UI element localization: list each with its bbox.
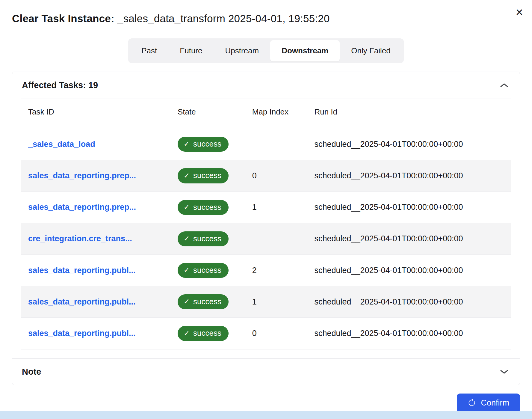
col-header-map-index: Map Index [245, 99, 307, 127]
check-icon: ✓ [184, 234, 190, 243]
note-title: Note [22, 367, 41, 377]
table-header-row: Task ID State Map Index Run Id [21, 99, 511, 127]
confirm-button[interactable]: Confirm [457, 394, 520, 412]
run-id-cell: scheduled__2025-04-01T00:00:00+00:00 [307, 318, 511, 349]
title-prefix: Clear Task Instance: [12, 13, 114, 24]
tab-upstream[interactable]: Upstream [214, 40, 270, 61]
task-id-link[interactable]: sales_data_reporting.publ... [28, 329, 136, 338]
affected-tasks-header[interactable]: Affected Tasks: 19 [12, 72, 520, 99]
state-label: success [193, 234, 221, 243]
state-badge: ✓ success [178, 326, 229, 341]
check-icon: ✓ [184, 297, 190, 306]
check-icon: ✓ [184, 266, 190, 275]
table-row: _sales_data_load ✓ success scheduled__20… [21, 127, 511, 160]
state-badge: ✓ success [178, 168, 229, 183]
task-id-link[interactable]: cre_integration.cre_trans... [28, 234, 132, 243]
run-id-cell: scheduled__2025-04-01T00:00:00+00:00 [307, 255, 511, 286]
map-index-cell: 0 [245, 318, 307, 349]
map-index-cell [245, 223, 307, 254]
tab-only-failed[interactable]: Only Failed [340, 40, 402, 61]
state-badge: ✓ success [178, 231, 229, 246]
map-index-cell: 1 [245, 286, 307, 318]
run-id-cell: scheduled__2025-04-01T00:00:00+00:00 [307, 223, 511, 254]
state-badge: ✓ success [178, 200, 229, 215]
map-index-cell: 2 [245, 255, 307, 286]
state-label: success [193, 203, 221, 212]
run-id-cell: scheduled__2025-04-01T00:00:00+00:00 [307, 192, 511, 223]
table-row: sales_data_reporting.prep... ✓ success 1… [21, 192, 511, 223]
state-label: success [193, 328, 221, 338]
affected-table-body: _sales_data_load ✓ success scheduled__20… [21, 127, 511, 349]
col-header-state: State [170, 99, 245, 127]
col-header-task-id: Task ID [21, 99, 170, 127]
check-icon: ✓ [184, 140, 190, 148]
map-index-cell: 1 [245, 192, 307, 223]
run-id-cell: scheduled__2025-04-01T00:00:00+00:00 [307, 286, 511, 318]
table-row: cre_integration.cre_trans... ✓ success s… [21, 223, 511, 254]
tab-downstream[interactable]: Downstream [270, 40, 340, 61]
task-id-link[interactable]: _sales_data_load [28, 140, 95, 149]
table-row: sales_data_reporting.prep... ✓ success 0… [21, 160, 511, 192]
task-id-link[interactable]: sales_data_reporting.prep... [28, 203, 136, 212]
affected-tasks-table: Task ID State Map Index Run Id _sales_da… [21, 99, 511, 349]
task-id-link[interactable]: sales_data_reporting.prep... [28, 171, 136, 180]
map-index-cell [245, 127, 307, 160]
clear-task-panel: Affected Tasks: 19 Task ID State Map Ind… [12, 72, 520, 385]
clear-mode-segmented-control: Past Future Upstream Downstream Only Fai… [128, 38, 403, 63]
run-id-cell: scheduled__2025-04-01T00:00:00+00:00 [307, 127, 511, 160]
table-row: sales_data_reporting.publ... ✓ success 1… [21, 286, 511, 318]
chevron-down-icon[interactable] [498, 367, 510, 376]
confirm-label: Confirm [481, 398, 509, 408]
affected-tasks-title: Affected Tasks: 19 [22, 80, 98, 90]
col-header-run-id: Run Id [307, 99, 511, 127]
refresh-icon [468, 399, 476, 407]
tab-past[interactable]: Past [130, 40, 168, 61]
map-index-cell: 0 [245, 160, 307, 192]
underlying-page-strip [0, 411, 532, 419]
note-section-header[interactable]: Note [12, 358, 520, 385]
close-icon[interactable]: × [514, 5, 524, 20]
state-badge: ✓ success [178, 137, 229, 152]
task-id-link[interactable]: sales_data_reporting.publ... [28, 297, 136, 306]
state-badge: ✓ success [178, 294, 229, 309]
table-row: sales_data_reporting.publ... ✓ success 0… [21, 318, 511, 349]
run-id-cell: scheduled__2025-04-01T00:00:00+00:00 [307, 160, 511, 192]
table-row: sales_data_reporting.publ... ✓ success 2… [21, 255, 511, 286]
check-icon: ✓ [184, 329, 190, 338]
state-label: success [193, 266, 221, 275]
chevron-up-icon[interactable] [498, 81, 510, 90]
page-title: Clear Task Instance: _sales_data_transfo… [12, 13, 520, 25]
title-task-instance: _sales_data_transform 2025-04-01, 19:55:… [114, 13, 330, 24]
check-icon: ✓ [184, 171, 190, 180]
state-label: success [193, 171, 221, 180]
state-label: success [193, 297, 221, 306]
state-label: success [193, 139, 221, 149]
task-id-link[interactable]: sales_data_reporting.publ... [28, 266, 136, 275]
check-icon: ✓ [184, 203, 190, 212]
state-badge: ✓ success [178, 263, 229, 278]
affected-tasks-count: 19 [88, 80, 98, 90]
tab-future[interactable]: Future [168, 40, 214, 61]
